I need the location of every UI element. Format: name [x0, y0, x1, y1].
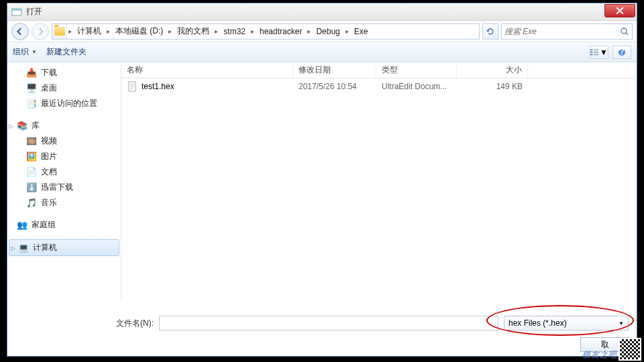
title-bar[interactable]: 打开: [7, 3, 637, 21]
sidebar-label: 下载: [41, 67, 57, 78]
pictures-icon: 🖼️: [26, 152, 37, 162]
file-row[interactable]: test1.hex 2017/5/26 10:54 UltraEdit Docu…: [121, 78, 637, 95]
chevron-down-icon: ▼: [600, 48, 608, 57]
filename-input[interactable]: [159, 316, 498, 330]
organize-label: 组织: [13, 46, 29, 58]
chevron-right-icon[interactable]: ▸: [167, 27, 173, 35]
chevron-down-icon: ▼: [32, 49, 37, 55]
file-type-filter[interactable]: hex Files (*.hex) ▼: [504, 316, 629, 330]
new-folder-label: 新建文件夹: [46, 46, 87, 58]
arrow-left-icon: [16, 27, 24, 36]
breadcrumb-item[interactable]: 我的文档: [173, 24, 213, 39]
file-size: 149 KB: [457, 82, 528, 91]
view-mode-button[interactable]: ▼: [590, 46, 608, 59]
chevron-right-icon[interactable]: ▸: [213, 27, 219, 35]
file-icon: [127, 81, 138, 92]
cancel-label: 取: [601, 339, 609, 351]
breadcrumb-bar[interactable]: ▸ 计算机▸ 本地磁盘 (D:)▸ 我的文档▸ stm32▸ headtrack…: [52, 23, 480, 40]
organize-menu[interactable]: 组织 ▼: [13, 46, 37, 58]
search-box[interactable]: [501, 23, 633, 40]
chevron-right-icon[interactable]: ▸: [250, 27, 256, 35]
chevron-down-icon: ▼: [619, 320, 624, 326]
library-icon: 📚: [17, 121, 28, 131]
breadcrumb-item[interactable]: 本地磁盘 (D:): [111, 24, 167, 39]
sidebar-label: 桌面: [41, 82, 57, 94]
view-icon: [590, 48, 598, 56]
column-header-size[interactable]: 大小: [457, 62, 528, 78]
breadcrumb-item[interactable]: Debug: [312, 24, 343, 39]
svg-rect-6: [594, 49, 598, 50]
file-name: test1.hex: [142, 82, 174, 91]
svg-rect-8: [594, 54, 598, 55]
sidebar-label: 音乐: [41, 197, 57, 208]
breadcrumb-item[interactable]: headtracker: [256, 24, 306, 39]
svg-rect-7: [594, 52, 598, 53]
sidebar-label: 计算机: [33, 242, 57, 253]
sidebar-item-video[interactable]: 🎞️视频: [7, 133, 121, 149]
sidebar-item-recent[interactable]: 📑最近访问的位置: [7, 96, 121, 111]
search-icon[interactable]: [620, 27, 629, 36]
sidebar-item-pictures[interactable]: 🖼️图片: [7, 149, 121, 164]
bottom-bar: 文件名(N): hex Files (*.hex) ▼ 取: [7, 301, 637, 356]
filename-row: 文件名(N): hex Files (*.hex) ▼: [7, 314, 637, 332]
sidebar-label: 视频: [41, 135, 57, 147]
sidebar-label: 迅雷下载: [41, 182, 73, 193]
svg-rect-3: [590, 49, 592, 50]
sidebar-label: 最近访问的位置: [41, 98, 97, 109]
sidebar-item-xunlei[interactable]: ⬇️迅雷下载: [7, 180, 121, 195]
open-dialog-window: 打开 ▸ 计算机▸ 本地磁盘 (D:)▸ 我的文档▸ stm32▸ headtr…: [7, 3, 637, 357]
window-title: 打开: [26, 6, 604, 17]
sidebar-item-downloads[interactable]: 📥下载: [7, 65, 121, 80]
refresh-button[interactable]: [482, 23, 498, 40]
chevron-right-icon[interactable]: ▸: [67, 27, 73, 35]
expand-icon[interactable]: ▷: [11, 245, 17, 251]
content-area: 📥下载 🖥️桌面 📑最近访问的位置 ▷📚库 🎞️视频 🖼️图片 📄文档 ⬇️迅雷…: [7, 62, 637, 301]
toolbar: 组织 ▼ 新建文件夹 ▼ ?: [7, 42, 637, 62]
close-button[interactable]: [604, 4, 635, 17]
chevron-right-icon[interactable]: ▸: [306, 27, 312, 35]
help-icon: ?: [618, 48, 626, 56]
sidebar-item-music[interactable]: 🎵音乐: [7, 195, 121, 210]
qr-code: [619, 338, 641, 361]
sidebar-label: 家庭组: [32, 219, 56, 231]
app-icon: [11, 7, 22, 17]
search-input[interactable]: [504, 27, 620, 36]
filter-label: hex Files (*.hex): [508, 318, 567, 328]
homegroup-icon: 👥: [17, 220, 28, 231]
expand-icon[interactable]: ▷: [9, 123, 15, 129]
forward-button[interactable]: [32, 23, 49, 40]
chevron-right-icon[interactable]: ▸: [105, 27, 111, 35]
column-header-name[interactable]: 名称: [121, 62, 293, 78]
sidebar-item-desktop[interactable]: 🖥️桌面: [7, 80, 121, 96]
documents-icon: 📄: [26, 167, 37, 178]
file-list[interactable]: 名称 修改日期 类型 大小 test1.hex 2017/5/26 10:54 …: [121, 62, 637, 301]
back-button[interactable]: [11, 23, 29, 40]
close-icon: [616, 7, 624, 15]
arrow-right-icon: [36, 27, 44, 36]
svg-text:?: ?: [619, 48, 624, 56]
svg-rect-5: [590, 54, 592, 55]
sidebar-item-computer[interactable]: ▷💻计算机: [9, 239, 119, 256]
chevron-right-icon[interactable]: ▸: [344, 27, 350, 35]
nav-row: ▸ 计算机▸ 本地磁盘 (D:)▸ 我的文档▸ stm32▸ headtrack…: [7, 21, 637, 42]
breadcrumb-item[interactable]: Exe: [350, 24, 372, 39]
column-header-type[interactable]: 类型: [376, 62, 457, 78]
breadcrumb-root-icon[interactable]: [52, 24, 67, 39]
video-icon: 🎞️: [26, 136, 37, 147]
download-icon: 📥: [26, 68, 37, 78]
sidebar-item-documents[interactable]: 📄文档: [7, 164, 121, 180]
breadcrumb-item[interactable]: stm32: [219, 24, 250, 39]
xunlei-icon: ⬇️: [26, 182, 37, 193]
computer-icon: 💻: [18, 243, 29, 253]
breadcrumb-item[interactable]: 计算机: [73, 24, 105, 39]
new-folder-button[interactable]: 新建文件夹: [46, 46, 87, 58]
recent-icon: 📑: [26, 99, 37, 109]
file-type: UltraEdit Docum...: [376, 82, 457, 91]
sidebar-item-library[interactable]: ▷📚库: [7, 118, 121, 133]
filename-label: 文件名(N):: [116, 318, 154, 329]
column-header-date[interactable]: 修改日期: [293, 62, 376, 78]
sidebar-label: 库: [32, 120, 40, 131]
sidebar[interactable]: 📥下载 🖥️桌面 📑最近访问的位置 ▷📚库 🎞️视频 🖼️图片 📄文档 ⬇️迅雷…: [7, 62, 121, 301]
help-button[interactable]: ?: [612, 46, 631, 59]
sidebar-item-homegroup[interactable]: 👥家庭组: [7, 217, 121, 233]
